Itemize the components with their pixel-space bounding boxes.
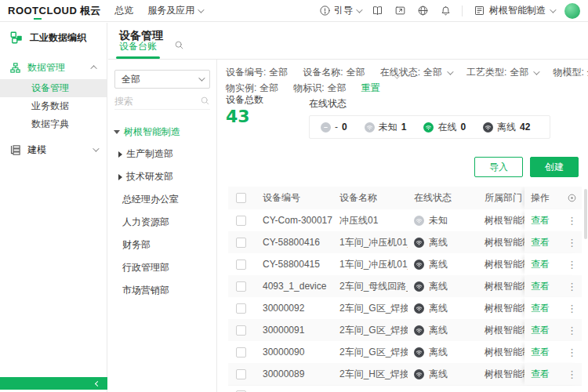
view-link[interactable]: 查看 [531,214,550,227]
tree-search-input[interactable] [114,96,200,107]
tree-nodes: 生产制造部 技术研发部 总经理办公室 人力资源部 财务部 行政管理部 市场营销部 [108,143,216,302]
topbar-right: 引导 树根智能制造 [318,3,580,19]
filter-item[interactable]: 物模型: 全部 [553,66,588,79]
table-row[interactable]: CY-58800416 1车间_冲压机01_... 离线 树根智能制造 查看 ⋮ [228,231,582,253]
status-icon [414,303,424,314]
caret-right-icon [118,151,122,158]
reset-filters-button[interactable]: 重置 [361,82,380,95]
actions-cell: 查看 ⋮ [524,341,582,363]
table-row[interactable]: 30000090 2车间_G区_焊接... 离线 树根智能制造 查看 ⋮ [228,341,582,363]
row-checkbox[interactable] [236,325,246,336]
row-checkbox[interactable] [236,216,246,226]
table-row[interactable]: CY-58800415 1车间_冲压机01_... 离线 树根智能制造 查看 ⋮ [228,253,582,275]
tree-node[interactable]: 财务部 [108,234,216,256]
org-switcher[interactable]: 树根智能制造 [473,4,554,17]
device-id-cell: 30000092 [256,297,333,319]
sidebar-group-data-management[interactable]: 数据管理 [0,56,107,79]
tree-node[interactable]: 生产制造部 [108,143,216,165]
more-actions-icon[interactable]: ⋮ [567,368,577,380]
brand-logo[interactable]: ROOTCLOUD 根云 [8,4,100,18]
row-checkbox[interactable] [236,238,246,248]
view-link[interactable]: 查看 [531,324,550,337]
table-row[interactable]: 30000092 2车间_G区_焊接... 离线 树根智能制造 查看 ⋮ [228,297,582,319]
select-all-checkbox[interactable] [236,193,246,203]
tree-node[interactable]: 行政管理部 [108,256,216,279]
actions-cell: 查看 ⋮ [524,275,582,297]
device-name-cell: 2车间_G区_焊接... [333,319,408,341]
sidebar-collapse-button[interactable] [0,377,107,390]
more-actions-icon[interactable]: ⋮ [567,281,577,292]
more-actions-icon[interactable]: ⋮ [567,347,577,358]
content-area: 设备编号: 全部 设备名称: 全部 在线状态: 全部 工艺类型: 全部 物模型:… [218,60,588,392]
tree-node[interactable]: 市场营销部 [108,279,216,302]
row-checkbox[interactable] [236,347,246,358]
device-total-value: 43 [226,107,263,127]
tree-node[interactable]: 技术研发部 [108,165,216,188]
filter-item[interactable]: 设备编号: 全部 [226,66,288,79]
row-checkbox[interactable] [236,281,246,292]
filter-item[interactable]: 物标识: 全部 [293,82,346,95]
more-actions-icon[interactable]: ⋮ [567,303,577,314]
filter-label: 物标识: [293,82,324,95]
filter-label: 工艺类型: [466,66,506,79]
device-id-cell: 4093_1_device [256,275,333,297]
row-checkbox[interactable] [236,303,246,314]
tab-device-ledger[interactable]: 设备台账 [119,40,157,59]
sidebar-group-modeling[interactable]: 建模 [0,138,107,162]
filter-item[interactable]: 工艺类型: 全部 [466,66,538,79]
column-settings-icon[interactable] [567,193,577,203]
view-link[interactable]: 查看 [531,280,550,293]
row-checkbox[interactable] [236,260,246,270]
online-status-cell: 离线 [408,341,478,363]
nav-overview[interactable]: 总览 [114,4,133,17]
sidebar-subitem[interactable]: 数据字典 [0,115,107,133]
device-name-cell: 1车间_冲压机01_... [333,231,408,253]
sidebar-subitems: 设备管理 业务数据 数据字典 [0,79,107,133]
guide-menu[interactable]: 引导 [318,4,361,17]
table-row[interactable]: CY-Com-300017 冲压线01 未知 树根智能制造 查看 ⋮ [228,209,582,231]
view-link[interactable]: 查看 [531,302,550,315]
user-avatar[interactable] [564,3,580,19]
notification-bell-icon[interactable] [439,5,452,17]
status-legend: - 0 未知 1 在线 0 离线 42 [309,115,550,139]
view-link[interactable]: 查看 [531,346,550,359]
app-root: ROOTCLOUD 根云 总览 服务及应用 引导 [0,0,588,392]
globe-language-icon[interactable] [416,5,429,17]
department-cell: 树根智能制造 [478,297,524,319]
device-name-cell: 2车间_G区_焊接... [333,341,408,363]
more-actions-icon[interactable]: ⋮ [567,325,577,336]
more-actions-icon[interactable]: ⋮ [567,259,577,270]
table-row[interactable]: 30000089 2车间_H区_焊接... 离线 树根智能制造 查看 ⋮ [228,363,582,385]
tree-filter-select[interactable]: 全部 [114,70,210,89]
tab-search-icon[interactable] [174,40,184,59]
nav-services[interactable]: 服务及应用 [147,4,202,17]
filter-item[interactable]: 设备名称: 全部 [303,66,365,79]
docs-book-icon[interactable] [371,5,383,17]
table-row[interactable]: 30000091 2车间_G区_焊接... 离线 树根智能制造 查看 ⋮ [228,319,582,341]
online-status-cell: 离线 [408,297,478,319]
more-actions-icon[interactable]: ⋮ [567,237,577,249]
row-checkbox[interactable] [236,369,246,379]
topbar-divider [462,5,463,16]
table-header: 设备编号 设备名称 在线状态 所属部门 操作 [228,187,582,209]
filters-expand-icon[interactable] [394,71,398,82]
sidebar-subitem[interactable]: 业务数据 [0,97,107,115]
view-link[interactable]: 查看 [531,258,550,271]
screen-share-icon[interactable] [394,5,406,17]
online-status-cell: 离线 [408,253,478,275]
device-name-cell: 冲压线01 [333,209,408,231]
import-button[interactable]: 导入 [474,157,523,177]
view-link[interactable]: 查看 [531,368,550,381]
table-row[interactable]: 4093_1_device 2车间_母线回路_... 离线 树根智能制造 查看 … [228,275,582,297]
view-link[interactable]: 查看 [531,236,550,249]
table-scrollbar[interactable] [584,189,587,239]
more-actions-icon[interactable]: ⋮ [567,215,577,227]
tree-root-node[interactable]: 树根智能制造 [108,121,216,143]
tree-node[interactable]: 总经理办公室 [108,188,216,211]
create-button[interactable]: 创建 [530,157,579,177]
tree-node[interactable]: 人力资源部 [108,211,216,234]
sidebar-subitem[interactable]: 设备管理 [0,79,107,97]
filter-item[interactable]: 在线状态: 全部 [380,66,452,79]
col-online-status: 在线状态 [408,187,478,209]
actions-cell: 查看 ⋮ [524,253,582,275]
